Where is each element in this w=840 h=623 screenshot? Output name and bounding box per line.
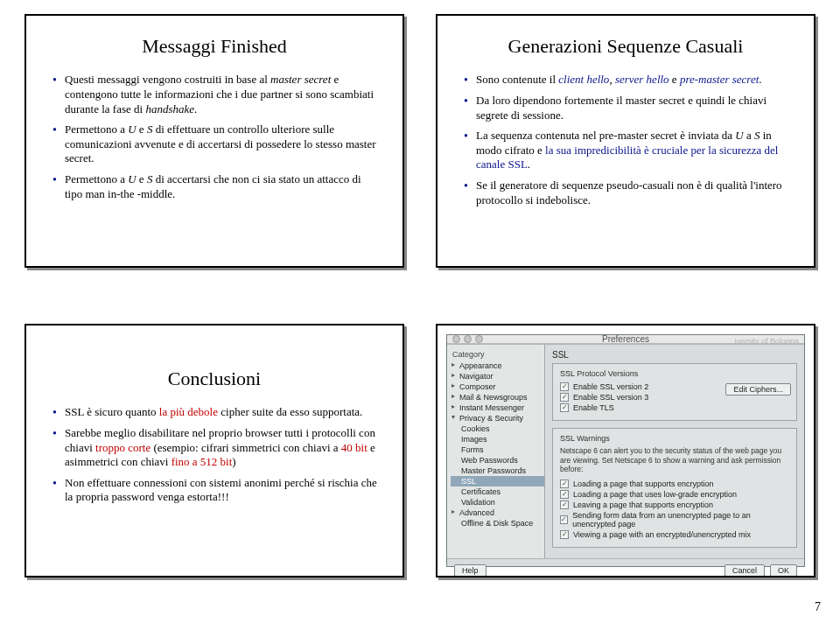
group-title: SSL Warnings — [560, 434, 791, 443]
ssl-warnings-group: SSL Warnings Netscape 6 can alert you to… — [552, 428, 797, 548]
text-blue-italic: server hello — [615, 73, 669, 86]
text: e — [136, 172, 147, 186]
label: Enable SSL version 2 — [573, 382, 648, 391]
slide-title: Generazioni Sequenze Casuali — [462, 35, 789, 57]
slide-conclusioni: Conclusioni SSL è sicuro quanto la più d… — [24, 324, 404, 578]
slide-title: Messaggi Finished — [51, 35, 378, 57]
checkbox-warn-leave[interactable]: ✓Leaving a page that supports encryption — [560, 500, 791, 510]
label: Instant Messenger — [459, 403, 524, 412]
text-red: fino a 512 bit — [172, 455, 233, 468]
ssl-versions-group: SSL Protocol Versions ✓Enable SSL versio… — [552, 363, 797, 421]
text: SSL è sicuro quanto — [65, 405, 159, 418]
text: Da loro dipendono fortemente il master s… — [476, 94, 766, 122]
label: Mail & Newsgroups — [459, 393, 528, 402]
category-validation[interactable]: Validation — [451, 497, 544, 508]
list-item: Sarebbe meglio disabilitare nel proprio … — [51, 426, 378, 470]
label: Cookies — [461, 424, 490, 433]
text-italic: handshake — [145, 102, 194, 116]
category-advanced[interactable]: Advanced — [451, 508, 544, 518]
ok-button[interactable]: OK — [770, 564, 797, 577]
category-navigator[interactable]: Navigator — [451, 371, 544, 382]
category-forms[interactable]: Forms — [451, 444, 544, 455]
checkbox-warn-encrypt[interactable]: ✓Loading a page that supports encryption — [560, 479, 791, 489]
category-privacy-security[interactable]: Privacy & Security — [451, 413, 544, 424]
bullet-list: SSL è sicuro quanto la più debole cipher… — [51, 405, 378, 505]
text: ) — [232, 455, 235, 468]
checkbox-icon: ✓ — [560, 480, 569, 488]
text-blue-italic: pre-master secret — [680, 73, 759, 86]
checkbox-icon: ✓ — [560, 515, 568, 524]
pref-main-panel: SSL SSL Protocol Versions ✓Enable SSL ve… — [545, 345, 804, 558]
label: Web Passwords — [461, 456, 518, 465]
text: Permettono a — [65, 122, 128, 136]
category-web-passwords[interactable]: Web Passwords — [451, 455, 544, 466]
category-master-passwords[interactable]: Master Passwords — [451, 466, 544, 476]
checkbox-sslv2[interactable]: ✓Enable SSL version 2 — [560, 382, 725, 392]
help-button[interactable]: Help — [454, 564, 486, 577]
list-item: SSL è sicuro quanto la più debole cipher… — [51, 405, 378, 420]
text: (esempio: cifrari simmetrici con chiavi … — [150, 441, 341, 454]
category-list: Appearance Navigator Composer Mail & New… — [451, 360, 544, 528]
checkbox-icon: ✓ — [560, 382, 569, 391]
pref-body: Category Appearance Navigator Composer M… — [447, 344, 804, 558]
category-ssl[interactable]: SSL — [451, 476, 544, 486]
text-italic: U — [128, 122, 136, 136]
text-italic: U — [128, 172, 136, 186]
checkbox-tls[interactable]: ✓Enable TLS — [560, 402, 725, 413]
category-offline[interactable]: Offline & Disk Space — [451, 518, 544, 528]
checkbox-icon: ✓ — [560, 530, 569, 539]
text: Non effettuare connessioni con sistemi a… — [65, 476, 377, 504]
text: e — [136, 122, 147, 136]
slide-title: Conclusioni — [51, 368, 378, 389]
list-item: Questi messaggi vengono costruiti in bas… — [51, 73, 378, 116]
list-item: La sequenza contenuta nel pre-master sec… — [462, 129, 789, 172]
label: Validation — [461, 498, 495, 507]
text: . — [759, 73, 761, 86]
category-composer[interactable]: Composer — [451, 382, 544, 392]
titlebar: Preferences iversity of Bologna — [447, 335, 804, 344]
list-item: Da loro dipendono fortemente il master s… — [462, 94, 789, 122]
warnings-intro: Netscape 6 can alert you to the security… — [560, 446, 791, 474]
checkbox-icon: ✓ — [560, 490, 569, 499]
label: Advanced — [459, 508, 494, 517]
checkbox-warn-mixed[interactable]: ✓Viewing a page with an encrypted/unencr… — [560, 529, 791, 540]
label: Leaving a page that supports encryption — [573, 500, 713, 509]
text: cipher suite da esso supportata. — [218, 405, 362, 418]
text: Se il generatore di sequenze pseudo-casu… — [476, 178, 782, 206]
text: a — [744, 129, 754, 142]
cancel-button[interactable]: Cancel — [724, 564, 765, 577]
category-cookies[interactable]: Cookies — [451, 424, 544, 434]
bullet-list: Sono contenute il client hello, server h… — [462, 73, 789, 207]
label: Navigator — [459, 372, 494, 381]
text-red: la più debole — [159, 405, 218, 418]
label: Appearance — [459, 361, 502, 370]
category-im[interactable]: Instant Messenger — [451, 402, 544, 413]
label: Loading a page that supports encryption — [573, 480, 714, 488]
label: Enable SSL version 3 — [573, 393, 648, 402]
list-item: Permettono a U e S di accertarsi che non… — [51, 172, 378, 201]
checkbox-warn-form[interactable]: ✓Sending form data from an unencrypted p… — [560, 510, 791, 529]
category-mail[interactable]: Mail & Newsgroups — [451, 392, 544, 402]
category-certificates[interactable]: Certificates — [451, 486, 544, 497]
dialog-buttons: Help Cancel OK — [447, 558, 804, 578]
label: Offline & Disk Space — [461, 519, 533, 528]
category-images[interactable]: Images — [451, 434, 544, 444]
checkbox-warn-lowgrade[interactable]: ✓Loading a page that uses low-grade encr… — [560, 489, 791, 500]
list-item: Sono contenute il client hello, server h… — [462, 73, 789, 88]
bullet-list: Questi messaggi vengono costruiti in bas… — [51, 73, 378, 201]
label: Images — [461, 435, 487, 444]
checkbox-sslv3[interactable]: ✓Enable SSL version 3 — [560, 392, 725, 402]
edit-ciphers-button[interactable]: Edit Ciphers... — [725, 383, 791, 396]
slide-messaggi-finished: Messaggi Finished Questi messaggi vengon… — [24, 14, 404, 268]
label: Sending form data from an unencrypted pa… — [572, 511, 791, 528]
text-italic: U — [735, 129, 743, 142]
label: Viewing a page with an encrypted/unencry… — [573, 530, 751, 539]
category-appearance[interactable]: Appearance — [451, 360, 544, 371]
text: Permettono a — [65, 172, 128, 186]
text-red: 40 bit — [341, 441, 368, 454]
text: Sono contenute il — [476, 73, 558, 86]
text: . — [528, 158, 530, 171]
page-number: 7 — [815, 600, 821, 614]
text: e — [669, 73, 680, 86]
slide-generazioni-sequenze: Generazioni Sequenze Casuali Sono conten… — [436, 14, 816, 268]
